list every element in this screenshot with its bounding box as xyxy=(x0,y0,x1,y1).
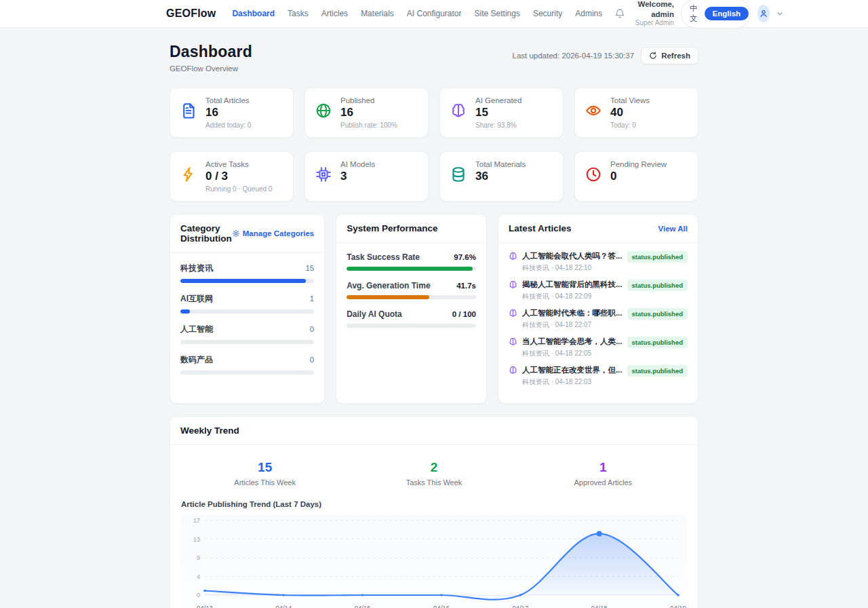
stat-label: AI Models xyxy=(340,160,375,168)
meter-label: Daily AI Quota xyxy=(347,309,402,319)
page-subtitle: GEOFlow Overview xyxy=(170,64,252,73)
meter-row: Task Success Rate97.6% xyxy=(347,252,476,271)
stats-grid: Total Articles16Added today: 0Published1… xyxy=(170,88,698,202)
articles-panel-title: Latest Articles xyxy=(509,223,572,233)
article-list: 人工智能会取代人类吗？答...科技资讯 · 04-18 22:10status.… xyxy=(498,243,698,403)
article-list-item[interactable]: 当人工智能学会思考，人类...科技资讯 · 04-18 22:05status.… xyxy=(509,337,688,358)
stat-card: AI Models3 xyxy=(304,151,429,202)
article-title: 人工智能会取代人类吗？答... xyxy=(522,251,623,261)
weekly-trend-panel: Weekly Trend 15Articles This Week2Tasks … xyxy=(170,416,698,608)
meter-track xyxy=(347,295,476,299)
ai-brain-icon xyxy=(509,366,517,375)
database-icon xyxy=(450,166,467,193)
weekly-stat: 2Tasks This Week xyxy=(349,460,518,487)
chevron-down-icon[interactable] xyxy=(776,10,783,17)
performance-panel-title: System Performance xyxy=(347,223,437,233)
meter-row: 人工智能0 xyxy=(180,324,314,344)
meter-row: Avg. Generation Time41.7s xyxy=(347,281,476,299)
nav-item-articles[interactable]: Articles xyxy=(321,9,348,18)
manage-categories-label: Manage Categories xyxy=(243,229,314,238)
article-meta: 科技资讯 · 04-18 22:07 xyxy=(522,320,623,330)
bolt-icon xyxy=(180,166,197,193)
meter-value: 0 xyxy=(310,325,314,333)
svg-text:04/16: 04/16 xyxy=(433,604,450,608)
gear-icon xyxy=(232,229,240,238)
meter-fill xyxy=(180,279,306,283)
meter-value: 97.6% xyxy=(454,253,476,261)
latest-articles-panel: Latest Articles View All 人工智能会取代人类吗？答...… xyxy=(498,214,698,404)
nav-item-tasks[interactable]: Tasks xyxy=(288,9,309,18)
lang-chinese-button[interactable]: 中文 xyxy=(683,1,705,26)
user-welcome: Welcome, admin Super Admin xyxy=(632,0,674,28)
nav-item-ai-configurator[interactable]: AI Configurator xyxy=(407,9,462,18)
stat-subtext: Running 0 · Queued 0 xyxy=(205,185,272,193)
svg-text:04/17: 04/17 xyxy=(512,604,528,608)
performance-list: Task Success Rate97.6%Avg. Generation Ti… xyxy=(336,243,486,347)
ai-brain-icon xyxy=(509,309,517,318)
stat-label: Pending Review xyxy=(610,160,667,168)
meter-value: 0 / 100 xyxy=(452,310,476,318)
weekly-stat-value: 15 xyxy=(180,460,349,475)
manage-categories-link[interactable]: Manage Categories xyxy=(232,229,314,238)
stat-label: Active Tasks xyxy=(205,160,272,168)
stat-subtext: Share: 93.8% xyxy=(475,121,521,129)
article-meta: 科技资讯 · 04-18 22:09 xyxy=(522,292,623,301)
weekly-stat-value: 1 xyxy=(519,460,688,475)
svg-text:13: 13 xyxy=(193,536,200,543)
meter-row: AI互联网1 xyxy=(180,293,314,314)
article-title: 人工智能正在改变世界，但... xyxy=(522,365,623,375)
article-list-item[interactable]: 揭秘人工智能背后的黑科技...科技资讯 · 04-18 22:09status.… xyxy=(509,280,688,301)
meter-label: Avg. Generation Time xyxy=(347,281,430,290)
lang-english-button[interactable]: English xyxy=(705,7,749,20)
stat-card: Active Tasks0 / 3Running 0 · Queued 0 xyxy=(170,151,294,202)
meter-value: 0 xyxy=(310,356,314,364)
notification-bell-icon[interactable] xyxy=(614,8,625,19)
meter-track xyxy=(347,267,476,271)
svg-text:9: 9 xyxy=(197,554,200,561)
weekly-trend-title: Weekly Trend xyxy=(180,425,239,436)
category-list: 科技资讯15AI互联网1人工智能0数码产品0 xyxy=(170,253,324,394)
nav-item-admins[interactable]: Admins xyxy=(575,9,602,18)
stat-subtext: Today: 0 xyxy=(610,121,650,129)
stat-value: 40 xyxy=(610,106,650,119)
stat-value: 3 xyxy=(340,170,375,183)
meter-value: 1 xyxy=(310,294,314,303)
stat-value: 0 / 3 xyxy=(205,170,272,183)
article-list-item[interactable]: 人工智能正在改变世界，但...科技资讯 · 04-18 22:03status.… xyxy=(509,365,688,387)
view-all-link[interactable]: View All xyxy=(658,225,688,233)
stat-label: AI Generated xyxy=(475,96,521,104)
document-icon xyxy=(180,102,197,129)
svg-text:04/18: 04/18 xyxy=(591,604,608,608)
stat-label: Total Materials xyxy=(475,160,526,168)
meter-value: 15 xyxy=(305,264,314,272)
ai-brain-icon xyxy=(509,280,517,289)
svg-text:0: 0 xyxy=(197,592,200,598)
weekly-stat-label: Approved Articles xyxy=(519,478,688,487)
svg-text:04/13: 04/13 xyxy=(197,604,213,608)
nav-item-site-settings[interactable]: Site Settings xyxy=(475,9,520,18)
weekly-stat-value: 2 xyxy=(349,460,518,475)
article-list-item[interactable]: 人工智能会取代人类吗？答...科技资讯 · 04-18 22:10status.… xyxy=(509,251,688,273)
article-list-item[interactable]: 人工智能时代来临：哪些职...科技资讯 · 04-18 22:07status.… xyxy=(509,308,688,330)
meter-row: 数码产品0 xyxy=(180,354,314,375)
stat-value: 15 xyxy=(475,106,521,119)
nav-item-security[interactable]: Security xyxy=(533,9,562,18)
user-role: Super Admin xyxy=(632,19,674,28)
stat-value: 0 xyxy=(610,170,667,183)
stat-card: Total Articles16Added today: 0 xyxy=(170,88,294,138)
stat-card: Total Views40Today: 0 xyxy=(574,88,698,138)
stat-label: Total Articles xyxy=(205,96,251,104)
main-nav: DashboardTasksArticlesMaterialsAI Config… xyxy=(232,9,602,18)
article-title: 人工智能时代来临：哪些职... xyxy=(522,308,623,318)
nav-item-materials[interactable]: Materials xyxy=(361,9,394,18)
welcome-text: Welcome, admin xyxy=(632,0,674,19)
weekly-stat: 15Articles This Week xyxy=(180,460,349,487)
refresh-button[interactable]: Refresh xyxy=(641,47,698,64)
meter-track xyxy=(347,324,476,328)
stat-subtext: Added today: 0 xyxy=(205,121,251,129)
user-avatar[interactable] xyxy=(757,5,770,22)
stat-label: Published xyxy=(340,96,397,104)
svg-text:04/14: 04/14 xyxy=(275,604,292,608)
nav-item-dashboard[interactable]: Dashboard xyxy=(232,9,275,18)
weekly-stat-label: Tasks This Week xyxy=(349,478,518,487)
